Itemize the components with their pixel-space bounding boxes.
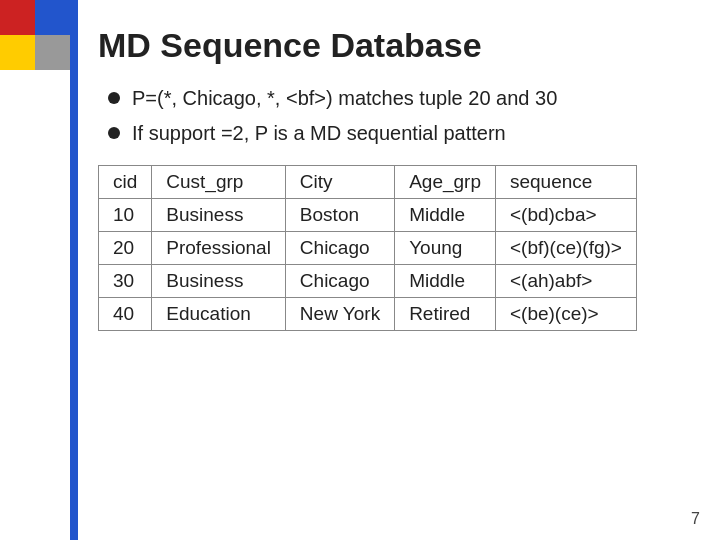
cell-age-grp-4: Retired xyxy=(395,298,496,331)
cell-city-2: Chicago xyxy=(285,232,394,265)
col-header-city: City xyxy=(285,166,394,199)
page-title: MD Sequence Database xyxy=(98,26,690,65)
cell-age-grp-1: Middle xyxy=(395,199,496,232)
square-yellow xyxy=(0,35,35,70)
cell-cid-1: 10 xyxy=(99,199,152,232)
cell-sequence-1: <(bd)cba> xyxy=(495,199,636,232)
cell-sequence-2: <(bf)(ce)(fg)> xyxy=(495,232,636,265)
square-gray xyxy=(35,35,70,70)
table-header-row: cid Cust_grp City Age_grp sequence xyxy=(99,166,637,199)
cell-sequence-3: <(ah)abf> xyxy=(495,265,636,298)
table-row: 30 Business Chicago Middle <(ah)abf> xyxy=(99,265,637,298)
cell-age-grp-3: Middle xyxy=(395,265,496,298)
bullet-text-1: P=(*, Chicago, *, <bf>) matches tuple 20… xyxy=(132,85,690,112)
bullet-list: P=(*, Chicago, *, <bf>) matches tuple 20… xyxy=(108,85,690,147)
blue-bar xyxy=(70,0,78,540)
cell-cid-3: 30 xyxy=(99,265,152,298)
square-blue xyxy=(35,0,70,35)
main-content: MD Sequence Database P=(*, Chicago, *, <… xyxy=(78,0,720,540)
cell-cust-grp-4: Education xyxy=(152,298,286,331)
square-red xyxy=(0,0,35,35)
cell-city-4: New York xyxy=(285,298,394,331)
table-row: 10 Business Boston Middle <(bd)cba> xyxy=(99,199,637,232)
cell-cid-4: 40 xyxy=(99,298,152,331)
cell-cid-2: 20 xyxy=(99,232,152,265)
table-row: 40 Education New York Retired <(be)(ce)> xyxy=(99,298,637,331)
cell-cust-grp-3: Business xyxy=(152,265,286,298)
cell-age-grp-2: Young xyxy=(395,232,496,265)
cell-city-3: Chicago xyxy=(285,265,394,298)
col-header-sequence: sequence xyxy=(495,166,636,199)
bullet-dot-2 xyxy=(108,127,120,139)
bullet-item-1: P=(*, Chicago, *, <bf>) matches tuple 20… xyxy=(108,85,690,112)
page-number: 7 xyxy=(691,510,700,528)
bullet-item-2: If support =2, P is a MD sequential patt… xyxy=(108,120,690,147)
col-header-age-grp: Age_grp xyxy=(395,166,496,199)
data-table: cid Cust_grp City Age_grp sequence 10 Bu… xyxy=(98,165,637,331)
bullet-dot-1 xyxy=(108,92,120,104)
cell-cust-grp-1: Business xyxy=(152,199,286,232)
col-header-cust-grp: Cust_grp xyxy=(152,166,286,199)
col-header-cid: cid xyxy=(99,166,152,199)
cell-sequence-4: <(be)(ce)> xyxy=(495,298,636,331)
cell-city-1: Boston xyxy=(285,199,394,232)
corner-decoration xyxy=(0,0,70,70)
bullet-text-2: If support =2, P is a MD sequential patt… xyxy=(132,120,690,147)
cell-cust-grp-2: Professional xyxy=(152,232,286,265)
table-row: 20 Professional Chicago Young <(bf)(ce)(… xyxy=(99,232,637,265)
